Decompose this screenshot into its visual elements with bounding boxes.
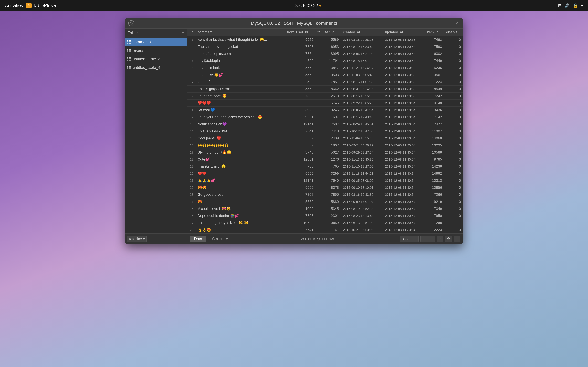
- cell-from-user-id: 599: [285, 78, 315, 85]
- structure-tab[interactable]: Structure: [208, 236, 232, 242]
- cell-item-id: 3436: [425, 107, 444, 114]
- column-button[interactable]: Column: [400, 236, 418, 242]
- table-row[interactable]: 4huy@tableplusapp.com599117912015-08-18 …: [187, 57, 463, 64]
- table-row[interactable]: 17Styling on point🔥😄374550272015-09-29 0…: [187, 149, 463, 156]
- activities-button[interactable]: Activities: [5, 3, 23, 8]
- cell-updated-at: 2015-12-08 11:30:53: [383, 64, 425, 71]
- table-row[interactable]: 12Love your hair the jacket everything!!…: [187, 114, 463, 121]
- main-window: ⏻ MySQL 8.0.12 : SSH : MySQL : comments …: [125, 18, 463, 244]
- col-item-id[interactable]: item_id: [425, 28, 444, 36]
- cell-comment: So cool 💙: [196, 107, 285, 114]
- prev-page-button[interactable]: ‹: [437, 236, 443, 242]
- col-created-at[interactable]: created_at: [341, 28, 383, 36]
- table-row[interactable]: 10❤️❤️❤️556957462015-09-22 16:05:262015-…: [187, 100, 463, 107]
- cell-disable: 0: [444, 135, 463, 142]
- cell-disable: 0: [444, 184, 463, 191]
- col-disable[interactable]: disable: [444, 28, 463, 36]
- cell-id: 6: [187, 71, 196, 78]
- cell-disable: 0: [444, 170, 463, 177]
- table: id comment from_user_id to_user_id creat…: [187, 28, 463, 234]
- table-row[interactable]: 20❤️❤️556932992015-11-18 11:54:212015-12…: [187, 170, 463, 177]
- cell-updated-at: 2015-12-08 11:30:54: [383, 121, 425, 128]
- col-id[interactable]: id: [187, 28, 196, 36]
- table-icon: [127, 40, 131, 44]
- cell-item-id: 9785: [425, 156, 444, 163]
- tableplus-menu[interactable]: 🗄 TablePlus ▾: [26, 3, 56, 8]
- title-bar: ⏻ MySQL 8.0.12 : SSH : MySQL : comments …: [125, 18, 463, 28]
- table-row[interactable]: 15Cool jeans! ❤️5569124392015-11-09 10:5…: [187, 135, 463, 142]
- table-row[interactable]: 24😍556958802015-09-09 17:07:042015-12-08…: [187, 198, 463, 205]
- cell-created-at: 2015-10-21 05:50:06: [341, 226, 383, 234]
- cell-updated-at: 2015-12-08 11:30:54: [383, 156, 425, 163]
- table-row[interactable]: 13Notifications on💜1214176872015-08-29 1…: [187, 121, 463, 128]
- table-row[interactable]: 25V cool, i love it 😻😸100253452015-08-19…: [187, 205, 463, 212]
- cell-item-id: 10588: [425, 149, 444, 156]
- table-row[interactable]: 23Gorgeous dress !730878552015-08-16 12:…: [187, 191, 463, 198]
- col-to-user-id[interactable]: to_user_id: [315, 28, 341, 36]
- sidebar-item-fakers[interactable]: fakers: [125, 46, 187, 55]
- settings-button[interactable]: ⚙: [445, 236, 452, 242]
- cell-from-user-id: 7308: [285, 212, 315, 219]
- sidebar-item-untitled-table-4[interactable]: untitled_table_4: [125, 63, 187, 72]
- close-button[interactable]: ×: [454, 21, 460, 26]
- table-row[interactable]: 16🙌🙌🙌🙌🙌🙌🙌556919072015-09-24 04:36:222015…: [187, 142, 463, 149]
- table-row[interactable]: 2Fab shot! Love the jacket730869532015-0…: [187, 43, 463, 50]
- cell-comment: 🙏🙏🙏💕: [196, 177, 285, 184]
- cell-item-id: 7950: [425, 212, 444, 219]
- cell-disable: 0: [444, 226, 463, 234]
- sidebar-item-untitled-table-3[interactable]: untitled_table_3: [125, 55, 187, 63]
- table-row[interactable]: 26Dope double denim 👫💕730823012015-08-23…: [187, 212, 463, 219]
- table-row[interactable]: 3https://tableplus.com736489952015-08-06…: [187, 50, 463, 57]
- cell-to-user-id: 5345: [315, 205, 341, 212]
- cell-item-id: 8549: [425, 85, 444, 92]
- bottom-right: Data Structure 1-300 of 107,011 rows Col…: [187, 236, 463, 242]
- filter-button[interactable]: Filter: [421, 236, 435, 242]
- add-table-button[interactable]: +: [148, 236, 154, 242]
- table-row[interactable]: 28👌👌😍76417412015-10-21 05:50:062015-12-0…: [187, 226, 463, 234]
- cell-created-at: 2015-11-03 06:05:48: [341, 71, 383, 78]
- sidebar-item-comments[interactable]: comments: [125, 38, 187, 46]
- table-row[interactable]: 9Love that coat! 😍730825182015-08-16 10:…: [187, 92, 463, 100]
- cell-id: 19: [187, 163, 196, 170]
- cell-updated-at: 2015-12-08 11:30:54: [383, 198, 425, 205]
- table-row[interactable]: 5Love this looks556938472015-11-21 15:36…: [187, 64, 463, 71]
- cell-comment: Aww thanks that's what I thought to lol …: [196, 36, 285, 43]
- table-row[interactable]: 6Love this! 👏💕5569105032015-11-03 06:05:…: [187, 71, 463, 78]
- cell-to-user-id: 11791: [315, 57, 341, 64]
- table-row[interactable]: 27This photography is killer 🐱 🐱10340106…: [187, 219, 463, 226]
- table-row[interactable]: 18Cute💕1256112762015-11-13 10:30:362015-…: [187, 156, 463, 163]
- cell-updated-at: 2015-12-08 11:30:53: [383, 71, 425, 78]
- cell-to-user-id: 11697: [315, 114, 341, 121]
- cell-created-at: 2015-11-18 11:54:21: [341, 170, 383, 177]
- col-updated-at[interactable]: updated_at: [383, 28, 425, 36]
- data-tab[interactable]: Data: [190, 236, 206, 242]
- table-row[interactable]: 8This is gorgeous :xx556986422015-08-31 …: [187, 85, 463, 92]
- col-from-user-id[interactable]: from_user_id: [285, 28, 315, 36]
- cell-disable: 0: [444, 163, 463, 170]
- col-comment[interactable]: comment: [196, 28, 285, 36]
- tableplus-arrow: ▾: [54, 3, 56, 8]
- cell-from-user-id: 5569: [285, 100, 315, 107]
- cell-from-user-id: 1002: [285, 205, 315, 212]
- cell-from-user-id: 12141: [285, 121, 315, 128]
- data-table[interactable]: id comment from_user_id to_user_id creat…: [187, 28, 463, 234]
- cell-id: 14: [187, 128, 196, 135]
- power-button[interactable]: ⏻: [128, 20, 134, 26]
- table-row[interactable]: 11So cool 💙392932462015-08-05 13:41:0420…: [187, 107, 463, 114]
- table-row[interactable]: 14This is super cute!764174132015-10-12 …: [187, 128, 463, 135]
- table-row[interactable]: 22😍😍556983782015-09-30 18:10:012015-12-0…: [187, 184, 463, 191]
- cell-created-at: 2015-08-16 10:25:18: [341, 92, 383, 100]
- cell-id: 10: [187, 100, 196, 107]
- table-row[interactable]: 1Aww thanks that's what I thought to lol…: [187, 36, 463, 43]
- cell-updated-at: 2015-12-08 11:30:54: [383, 184, 425, 191]
- table-row[interactable]: 21🙏🙏🙏💕1214176402015-09-25 08:08:022015-1…: [187, 177, 463, 184]
- cell-id: 4: [187, 57, 196, 64]
- cell-created-at: 2015-08-06 16:27:02: [341, 50, 383, 57]
- database-selector[interactable]: katonice ▾: [127, 236, 147, 242]
- table-row[interactable]: 19Thanks Emily! 😗7657652015-11-10 18:27:…: [187, 163, 463, 170]
- table-icon: [127, 49, 131, 52]
- table-row[interactable]: 7Great, fun shot!59978512015-08-16 11:07…: [187, 78, 463, 85]
- cell-item-id: 11907: [425, 128, 444, 135]
- next-page-button[interactable]: ›: [454, 236, 460, 242]
- cell-disable: 0: [444, 128, 463, 135]
